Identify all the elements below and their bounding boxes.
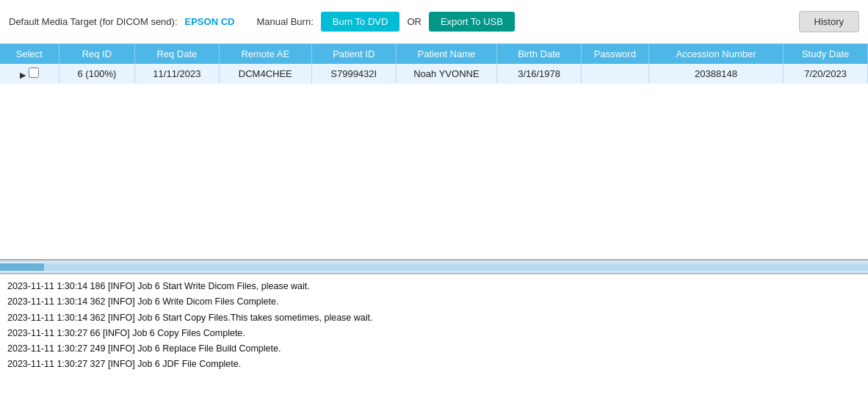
table-container: Select Req ID Req Date Remote AE Patient… bbox=[0, 44, 868, 260]
table-body: ▶ 6 (100%)11/11/2023DCM4CHEES7999432INoa… bbox=[0, 64, 868, 84]
table-cell: 11/11/2023 bbox=[135, 64, 220, 84]
row-arrow: ▶ bbox=[20, 70, 26, 80]
log-line: 2023-11-11 1:30:27 66 [INFO] Job 6 Copy … bbox=[7, 326, 861, 341]
col-header-birthdate: Birth Date bbox=[497, 44, 582, 64]
log-line: 2023-11-11 1:30:14 362 [INFO] Job 6 Star… bbox=[7, 310, 861, 326]
col-header-patientid: Patient ID bbox=[311, 44, 396, 64]
burn-dvd-button[interactable]: Burn To DVD bbox=[321, 12, 400, 32]
col-header-accession: Accession Number bbox=[648, 44, 784, 64]
table-cell: DCM4CHEE bbox=[219, 64, 311, 84]
manual-burn-label: Manual Burn: bbox=[256, 16, 313, 27]
epson-cd-value: EPSON CD bbox=[185, 16, 235, 27]
table-row[interactable]: ▶ 6 (100%)11/11/2023DCM4CHEES7999432INoa… bbox=[0, 64, 868, 84]
table-cell: 7/20/2023 bbox=[784, 64, 868, 84]
table-header-row: Select Req ID Req Date Remote AE Patient… bbox=[0, 44, 868, 64]
scrollbar-thumb[interactable] bbox=[0, 263, 44, 271]
row-checkbox[interactable] bbox=[29, 68, 39, 78]
horizontal-scrollbar[interactable] bbox=[0, 260, 868, 274]
col-header-reqdate: Req Date bbox=[135, 44, 220, 64]
col-header-select: Select bbox=[0, 44, 59, 64]
log-line: 2023-11-11 1:30:14 362 [INFO] Job 6 Writ… bbox=[7, 294, 861, 310]
log-line: 2023-11-11 1:30:27 327 [INFO] Job 6 JDF … bbox=[7, 357, 861, 372]
top-bar: Default Media Target (for DICOM send): E… bbox=[0, 0, 868, 44]
scrollbar-track bbox=[0, 263, 868, 271]
table-cell: S7999432I bbox=[311, 64, 396, 84]
table-cell: 3/16/1978 bbox=[497, 64, 582, 84]
export-usb-button[interactable]: Export To USB bbox=[429, 12, 515, 32]
default-media-label: Default Media Target (for DICOM send): bbox=[9, 16, 178, 27]
table-cell: Noah YVONNE bbox=[396, 64, 497, 84]
col-header-password: Password bbox=[581, 44, 648, 64]
col-header-remoteae: Remote AE bbox=[219, 44, 311, 64]
or-text: OR bbox=[407, 16, 422, 27]
table-cell: 6 (100%) bbox=[59, 64, 134, 84]
table-cell bbox=[581, 64, 648, 84]
col-header-patientname: Patient Name bbox=[396, 44, 497, 64]
table-cell[interactable]: ▶ bbox=[0, 64, 59, 84]
col-header-reqid: Req ID bbox=[59, 44, 134, 64]
main-table: Select Req ID Req Date Remote AE Patient… bbox=[0, 44, 868, 84]
table-cell: 20388148 bbox=[648, 64, 784, 84]
log-line: 2023-11-11 1:30:27 249 [INFO] Job 6 Repl… bbox=[7, 341, 861, 357]
log-area: 2023-11-11 1:30:14 186 [INFO] Job 6 Star… bbox=[0, 274, 868, 419]
log-line: 2023-11-11 1:30:14 186 [INFO] Job 6 Star… bbox=[7, 279, 861, 294]
history-button[interactable]: History bbox=[799, 11, 859, 32]
col-header-studydate: Study Date bbox=[784, 44, 868, 64]
